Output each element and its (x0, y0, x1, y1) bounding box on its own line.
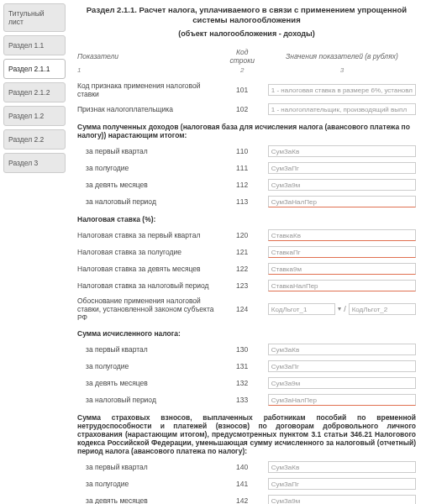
col-num-3: 3 (265, 66, 419, 79)
field-142[interactable]: СумЗа9м (268, 495, 416, 504)
code-124: 124 (220, 294, 265, 324)
label-132: за девять месяцев (74, 375, 220, 391)
label-141: за полугодие (74, 475, 220, 492)
code-140: 140 (220, 459, 265, 475)
code-111: 111 (220, 160, 265, 176)
tab-section-1-1[interactable]: Раздел 1.1 (3, 35, 66, 55)
field-121[interactable]: СтавкаПг (268, 246, 416, 258)
chevron-down-icon[interactable]: ▾ (338, 305, 341, 312)
section-subtitle: (объект налогообложения - доходы) (74, 29, 419, 38)
section-income: Сумма полученных доходов (налоговая база… (74, 118, 419, 143)
code-130: 130 (220, 341, 265, 358)
label-130: за первый квартал (74, 341, 220, 358)
field-111[interactable]: СумЗаПг (268, 162, 416, 174)
label-120: Налоговая ставка за первый квартал (74, 227, 220, 244)
section-calculated-tax: Сумма исчисленного налога: (74, 324, 419, 341)
field-131[interactable]: СумЗаПг (268, 360, 416, 372)
separator-slash: / (344, 305, 346, 313)
section-rate: Налоговая ставка (%): (74, 210, 419, 227)
col-num-1: 1 (74, 66, 220, 79)
label-113: за налоговый период (74, 193, 220, 210)
label-133: за налоговый период (74, 391, 220, 408)
field-112[interactable]: СумЗа9м (268, 179, 416, 191)
field-133[interactable]: СумЗаНалПер (268, 394, 416, 406)
code-102: 102 (220, 101, 265, 118)
field-123[interactable]: СтавкаНалПер (268, 280, 416, 291)
label-124: Обоснование применения налоговой ставки,… (74, 294, 220, 324)
field-113[interactable]: СумЗаНалПер (268, 196, 416, 207)
form-table: Показатели Код строки Значения показател… (74, 46, 419, 504)
tab-section-2-1-1[interactable]: Раздел 2.1.1 (3, 59, 66, 79)
tab-section-3[interactable]: Раздел 3 (3, 153, 66, 173)
label-122: Налоговая ставка за девять месяцев (74, 260, 220, 277)
field-120[interactable]: СтавкаКв (268, 229, 416, 241)
code-121: 121 (220, 244, 265, 260)
code-141: 141 (220, 475, 265, 492)
field-101[interactable]: 1 - налоговая ставка в размере 6%, устан… (268, 84, 416, 96)
code-101: 101 (220, 79, 265, 101)
code-110: 110 (220, 143, 265, 160)
code-122: 122 (220, 260, 265, 277)
label-101: Код признака применения налоговой ставки (74, 79, 220, 101)
field-102[interactable]: 1 - налогоплательщик, производящий выпл (268, 103, 416, 115)
code-131: 131 (220, 358, 265, 375)
label-142: за девять месяцев (74, 492, 220, 504)
label-123: Налоговая ставка за налоговый период (74, 277, 220, 294)
col-num-2: 2 (220, 66, 265, 79)
code-132: 132 (220, 375, 265, 391)
code-120: 120 (220, 227, 265, 244)
col-header-indicator: Показатели (74, 46, 220, 66)
tab-section-1-2[interactable]: Раздел 1.2 (3, 106, 66, 126)
field-124-2[interactable]: КодЛьгот_2 (349, 303, 416, 315)
code-142: 142 (220, 492, 265, 504)
section-insurance: Сумма страховых взносов, выплаченных раб… (74, 408, 419, 459)
tab-title-page[interactable]: Титульный лист (3, 3, 66, 32)
code-112: 112 (220, 176, 265, 193)
sidebar: Титульный лист Раздел 1.1 Раздел 2.1.1 Р… (0, 0, 66, 504)
label-112: за девять месяцев (74, 176, 220, 193)
field-124-1[interactable]: КодЛьгот_1 (268, 303, 335, 315)
label-140: за первый квартал (74, 459, 220, 475)
col-header-value: Значения показателей (в рублях) (265, 46, 419, 66)
code-113: 113 (220, 193, 265, 210)
label-110: за первый квартал (74, 143, 220, 160)
col-header-code: Код строки (220, 46, 265, 66)
field-141[interactable]: СумЗаПг (268, 478, 416, 490)
field-122[interactable]: Ставка9м (268, 263, 416, 275)
tab-section-2-2[interactable]: Раздел 2.2 (3, 129, 66, 150)
label-121: Налоговая ставка за полугодие (74, 244, 220, 260)
field-132[interactable]: СумЗа9м (268, 377, 416, 389)
label-131: за полугодие (74, 358, 220, 375)
field-140[interactable]: СумЗаКв (268, 461, 416, 473)
field-130[interactable]: СумЗаКв (268, 344, 416, 355)
form-panel: Раздел 2.1.1. Расчет налога, уплачиваемо… (66, 0, 426, 504)
label-111: за полугодие (74, 160, 220, 176)
section-title: Раздел 2.1.1. Расчет налога, уплачиваемо… (74, 5, 419, 26)
label-102: Признак налогоплательщика (74, 101, 220, 118)
tab-section-2-1-2[interactable]: Раздел 2.1.2 (3, 82, 66, 102)
field-110[interactable]: СумЗаКв (268, 145, 416, 157)
code-133: 133 (220, 391, 265, 408)
code-123: 123 (220, 277, 265, 294)
